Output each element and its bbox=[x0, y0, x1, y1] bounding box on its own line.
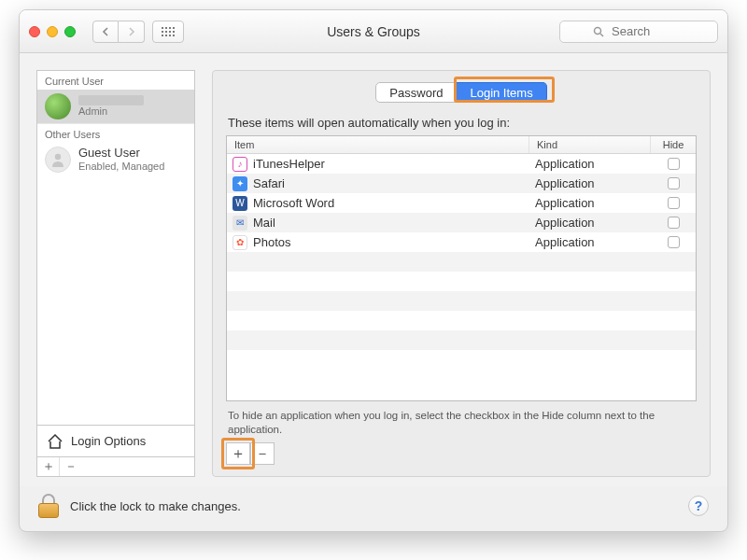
preferences-window: Users & Groups Current User Admin Other … bbox=[19, 9, 728, 532]
hide-checkbox[interactable] bbox=[668, 177, 680, 189]
user-meta: Guest User Enabled, Managed bbox=[78, 147, 164, 173]
user-meta: Admin bbox=[78, 95, 144, 118]
login-items-description: These items will open automatically when… bbox=[228, 116, 697, 130]
window-controls bbox=[29, 26, 76, 37]
cell-item: ♪ iTunesHelper bbox=[227, 157, 529, 172]
cell-item: W Microsoft Word bbox=[227, 196, 529, 211]
lock-body-icon bbox=[38, 503, 59, 518]
hide-checkbox[interactable] bbox=[668, 158, 680, 170]
person-silhouette-icon bbox=[49, 151, 66, 168]
svg-point-12 bbox=[595, 27, 601, 34]
avatar bbox=[45, 147, 71, 173]
svg-rect-10 bbox=[169, 35, 171, 36]
back-button[interactable] bbox=[92, 21, 119, 43]
forward-button[interactable] bbox=[119, 21, 145, 43]
table-row[interactable]: ✦ Safari Application bbox=[227, 174, 696, 193]
cell-kind: Application bbox=[529, 196, 651, 210]
svg-rect-4 bbox=[162, 31, 163, 33]
search-field[interactable] bbox=[559, 21, 718, 43]
main-pane: Password Login Items These items will op… bbox=[212, 70, 711, 477]
app-icon: ✉ bbox=[233, 216, 247, 231]
nav-back-forward bbox=[92, 21, 145, 43]
svg-rect-0 bbox=[162, 27, 163, 29]
add-user-button[interactable]: ＋ bbox=[37, 457, 60, 476]
table-row[interactable]: ♪ iTunesHelper Application bbox=[227, 154, 696, 174]
annotation-highlight-tab bbox=[454, 77, 555, 103]
hide-checkbox[interactable] bbox=[668, 197, 680, 209]
search-input[interactable] bbox=[610, 23, 684, 39]
titlebar: Users & Groups bbox=[20, 10, 727, 53]
cell-item: ✦ Safari bbox=[227, 176, 529, 191]
users-list: Current User Admin Other Users Guest Use… bbox=[36, 70, 195, 426]
chevron-left-icon bbox=[102, 27, 109, 36]
cell-kind: Application bbox=[529, 176, 651, 190]
hide-checkbox[interactable] bbox=[668, 217, 680, 229]
users-sidebar: Current User Admin Other Users Guest Use… bbox=[36, 70, 195, 477]
svg-rect-2 bbox=[169, 27, 171, 29]
close-window-button[interactable] bbox=[29, 26, 40, 37]
chevron-right-icon bbox=[128, 27, 135, 36]
cell-hide bbox=[651, 217, 696, 229]
tab-password[interactable]: Password bbox=[375, 82, 457, 103]
table-header: Item Kind Hide bbox=[227, 136, 696, 154]
svg-rect-11 bbox=[173, 35, 175, 36]
show-all-preferences-button[interactable] bbox=[152, 21, 184, 43]
cell-kind: Application bbox=[529, 216, 651, 230]
column-header-item[interactable]: Item bbox=[227, 136, 529, 153]
sidebar-add-remove: ＋ － bbox=[36, 457, 195, 477]
cell-hide bbox=[651, 158, 696, 170]
table-row[interactable]: ✉ Mail Application bbox=[227, 213, 696, 232]
current-user-role: Admin bbox=[78, 105, 144, 118]
avatar bbox=[45, 93, 71, 119]
zoom-window-button[interactable] bbox=[64, 26, 76, 37]
house-icon bbox=[47, 433, 63, 450]
svg-rect-5 bbox=[165, 31, 167, 33]
guest-user-row[interactable]: Guest User Enabled, Managed bbox=[37, 143, 194, 176]
svg-rect-9 bbox=[165, 35, 167, 36]
column-header-kind[interactable]: Kind bbox=[529, 136, 651, 153]
sidebar-section-current: Current User bbox=[37, 71, 194, 90]
guest-user-status: Enabled, Managed bbox=[78, 161, 164, 173]
table-row[interactable]: ✿ Photos Application bbox=[227, 232, 696, 252]
svg-rect-8 bbox=[162, 35, 163, 36]
cell-item: ✿ Photos bbox=[227, 235, 529, 250]
empty-row bbox=[227, 291, 696, 311]
cell-item: ✉ Mail bbox=[227, 216, 529, 231]
empty-row bbox=[227, 311, 696, 330]
hide-checkbox[interactable] bbox=[668, 236, 680, 248]
item-name: Mail bbox=[253, 216, 275, 230]
empty-row bbox=[227, 252, 696, 272]
login-items-add-remove: ＋ － bbox=[226, 442, 697, 465]
cell-hide bbox=[651, 197, 696, 209]
current-user-name bbox=[78, 95, 144, 105]
column-header-hide[interactable]: Hide bbox=[651, 136, 696, 153]
table-body: ♪ iTunesHelper Application ✦ Safari Appl… bbox=[227, 154, 696, 400]
add-login-item-button[interactable]: ＋ bbox=[226, 442, 250, 465]
app-icon: ✿ bbox=[233, 235, 247, 250]
empty-row bbox=[227, 272, 696, 291]
app-icon: W bbox=[233, 196, 247, 211]
cell-hide bbox=[651, 177, 696, 189]
svg-line-13 bbox=[600, 34, 603, 36]
item-name: iTunesHelper bbox=[253, 157, 325, 171]
svg-rect-3 bbox=[173, 27, 175, 29]
help-button[interactable]: ? bbox=[688, 496, 709, 516]
current-user-row[interactable]: Admin bbox=[37, 90, 194, 123]
app-icon: ✦ bbox=[233, 176, 247, 191]
login-options-button[interactable]: Login Options bbox=[36, 426, 195, 457]
svg-point-14 bbox=[55, 154, 61, 160]
cell-hide bbox=[651, 236, 696, 248]
guest-user-name: Guest User bbox=[78, 147, 164, 161]
remove-user-button[interactable]: － bbox=[60, 457, 82, 476]
lock-text: Click the lock to make changes. bbox=[70, 499, 241, 513]
content-area: Current User Admin Other Users Guest Use… bbox=[20, 53, 727, 486]
table-row[interactable]: W Microsoft Word Application bbox=[227, 193, 696, 213]
annotation-highlight-add: ＋ bbox=[226, 442, 250, 465]
minimize-window-button[interactable] bbox=[47, 26, 58, 37]
lock-button[interactable] bbox=[38, 494, 59, 518]
svg-rect-7 bbox=[173, 31, 175, 33]
search-icon bbox=[593, 26, 604, 37]
login-options-label: Login Options bbox=[71, 434, 146, 448]
grid-icon bbox=[162, 27, 175, 36]
item-name: Microsoft Word bbox=[253, 196, 334, 210]
